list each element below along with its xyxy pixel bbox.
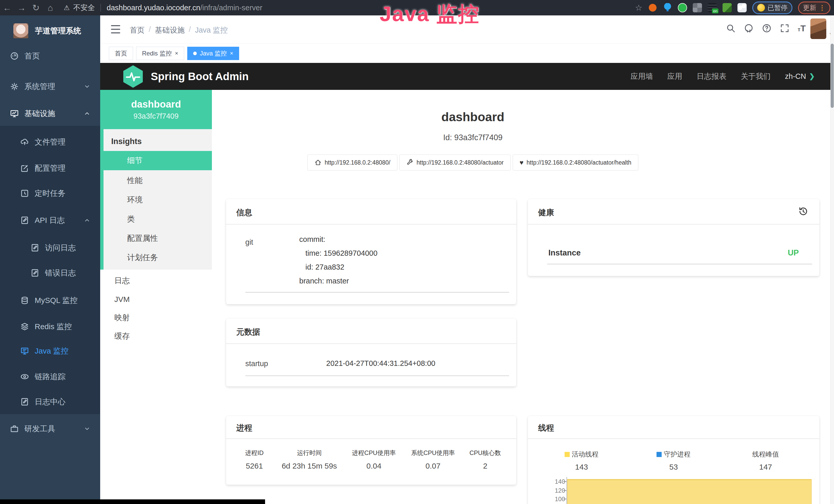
chrome-update-button[interactable]: 更新 ⋮: [798, 2, 830, 14]
search-icon[interactable]: [726, 23, 736, 33]
app-logo-row[interactable]: 芋道管理系统: [0, 19, 100, 43]
url-domain[interactable]: dashboard.yudao.iocoder.cn: [107, 4, 200, 12]
breadcrumb-home[interactable]: 首页: [130, 25, 145, 36]
insights-menu-group: Insights 细节 性能 环境 类 配置属性 计划任务: [100, 129, 212, 270]
health-instance-label[interactable]: Instance: [548, 248, 581, 257]
sidebar-item-home[interactable]: 首页: [0, 44, 100, 68]
layers-icon: [20, 322, 29, 331]
extension-icon[interactable]: [648, 3, 657, 12]
actuator-url-button[interactable]: http://192.168.0.2:48080/actuator: [399, 155, 511, 170]
chevron-up-icon: [84, 110, 90, 117]
sidebar-item-error-log[interactable]: 错误日志: [0, 261, 100, 284]
sidebar-item-config[interactable]: 配置管理: [0, 157, 100, 180]
home-icon[interactable]: ⌂: [43, 3, 58, 13]
doc-edit-icon: [30, 268, 40, 278]
instance-name: dashboard: [131, 99, 181, 110]
live-threads-value: 143: [535, 463, 628, 472]
threads-card: 线程 活动线程 守护进程 线程峰值 143 53 147: [528, 416, 819, 504]
extension-puzzle-icon[interactable]: [738, 3, 747, 12]
sidebar-item-job[interactable]: 定时任务: [0, 182, 100, 205]
close-icon[interactable]: ×: [175, 50, 178, 57]
avatar[interactable]: [810, 19, 826, 39]
menu-item-logfile[interactable]: 日志: [100, 271, 212, 290]
menu-item-caches[interactable]: 缓存: [100, 327, 212, 346]
scrollbar-thumb[interactable]: [831, 44, 834, 108]
dashboard-icon: [10, 51, 19, 61]
menu-item-scheduled-tasks[interactable]: 计划任务: [104, 248, 212, 267]
collapse-menu-icon[interactable]: [111, 25, 120, 33]
sidebar-item-trace[interactable]: 链路追踪: [0, 365, 100, 388]
sidebar-item-system[interactable]: 系统管理: [0, 75, 100, 98]
tab-java[interactable]: Java 监控 ×: [187, 47, 239, 60]
url-path[interactable]: /infra/admin-server: [200, 4, 263, 12]
fullscreen-icon[interactable]: [780, 23, 790, 33]
sidebar-item-api-log[interactable]: API 日志: [0, 209, 100, 232]
instance-links: http://192.168.0.2:48080/ http://192.168…: [212, 155, 734, 170]
page-instance-id: Id: 93a3fc7f7409: [212, 133, 734, 142]
sidebar-item-file[interactable]: 文件管理: [0, 131, 100, 154]
font-size-icon[interactable]: тT: [797, 23, 806, 33]
process-pid: 5261: [234, 462, 275, 471]
tab-home[interactable]: 首页: [109, 47, 133, 60]
extension-pin-icon[interactable]: [663, 3, 672, 12]
legend-swatch-blue: [657, 452, 662, 457]
back-icon[interactable]: ←: [0, 3, 14, 13]
close-icon[interactable]: ×: [230, 50, 233, 57]
service-url-button[interactable]: http://192.168.0.2:48080/: [307, 155, 397, 170]
sba-nav-journal[interactable]: 日志报表: [697, 71, 726, 82]
divider: [101, 4, 101, 12]
locale-select[interactable]: zh-CN ❯: [785, 72, 815, 81]
briefcase-icon: [10, 424, 19, 433]
github-icon[interactable]: [744, 23, 754, 33]
address-bar[interactable]: ⚠ 不安全 dashboard.yudao.iocoder.cn/infra/a…: [64, 3, 262, 13]
extension-grid-icon[interactable]: [693, 3, 702, 12]
scrollbar[interactable]: [830, 16, 834, 504]
health-card-header: 健康: [528, 199, 819, 225]
security-warning-icon: ⚠: [64, 4, 70, 12]
sidebar-item-java[interactable]: Java 监控: [0, 339, 100, 363]
menu-item-config-props[interactable]: 配置属性: [104, 229, 212, 248]
menu-item-classes[interactable]: 类: [104, 209, 212, 229]
health-url-button[interactable]: ♥ http://192.168.0.2:48080/actuator/heal…: [513, 155, 638, 170]
threads-card-header: 线程: [528, 416, 819, 439]
sba-nav-applications[interactable]: 应用: [667, 71, 682, 82]
menu-item-metrics[interactable]: 性能: [104, 171, 212, 190]
metadata-key: startup: [245, 360, 268, 368]
reload-icon[interactable]: ↻: [29, 3, 43, 13]
breadcrumb-infra[interactable]: 基础设施: [155, 25, 185, 36]
menu-item-environment[interactable]: 环境: [104, 190, 212, 209]
profile-paused-pill[interactable]: 已暂停: [752, 2, 792, 14]
tab-redis[interactable]: Redis 监控 ×: [136, 47, 184, 60]
bookmark-star-icon[interactable]: ☆: [635, 3, 642, 13]
menu-item-mappings[interactable]: 映射: [100, 308, 212, 327]
breadcrumb-current: Java 监控: [195, 25, 227, 36]
sba-brand[interactable]: Spring Boot Admin: [122, 65, 249, 88]
sba-nav-about[interactable]: 关于我们: [741, 71, 771, 82]
forward-icon[interactable]: →: [14, 3, 29, 13]
sidebar-item-infra[interactable]: 基础设施: [0, 102, 100, 125]
chrome-menu-icon[interactable]: ⋮: [819, 4, 826, 12]
sba-logo-icon: [122, 65, 144, 88]
menu-item-details[interactable]: 细节: [104, 151, 212, 170]
sidebar-item-redis[interactable]: Redis 监控: [0, 315, 100, 338]
emoji-face-icon: [757, 4, 765, 12]
process-card-header: 进程: [226, 416, 516, 439]
sidebar-item-mysql[interactable]: MySQL 监控: [0, 289, 100, 312]
extension-y-icon[interactable]: [678, 3, 687, 12]
info-card: 信息 git commit: time: 1596289704000 id: 2…: [226, 199, 516, 304]
sidebar-item-log-center[interactable]: 日志中心: [0, 390, 100, 413]
live-threads-area: [567, 479, 812, 504]
legend-swatch-yellow: [565, 452, 570, 457]
sidebar-item-dev-tools[interactable]: 研发工具: [0, 417, 100, 440]
legend-peak-threads: 线程峰值: [720, 450, 812, 459]
extension-leaf-icon[interactable]: [723, 3, 732, 12]
divider: [245, 375, 509, 376]
sidebar-item-access-log[interactable]: 访问日志: [0, 236, 100, 259]
extension-list-icon[interactable]: on: [708, 3, 717, 12]
history-icon[interactable]: [798, 206, 809, 217]
security-label[interactable]: 不安全: [73, 3, 95, 13]
sba-nav-wallboard[interactable]: 应用墙: [631, 71, 653, 82]
menu-item-jvm[interactable]: JVM: [100, 290, 212, 309]
chevron-down-icon: ❯: [809, 72, 815, 81]
help-icon[interactable]: [762, 23, 772, 33]
